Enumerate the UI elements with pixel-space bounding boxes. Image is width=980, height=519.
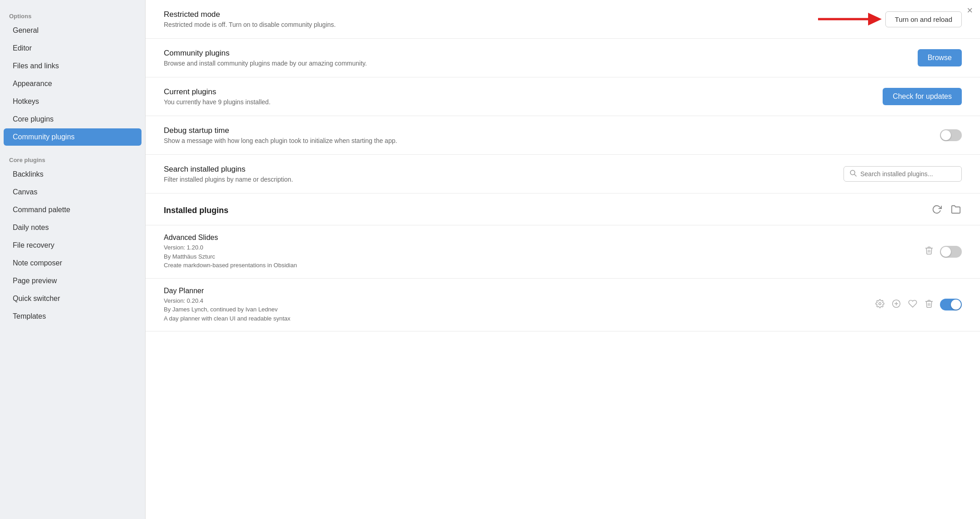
search-plugins-row: Search installed plugins Filter installe… xyxy=(146,155,980,193)
sidebar-item-note-composer[interactable]: Note composer xyxy=(4,254,141,272)
browse-button[interactable]: Browse xyxy=(918,49,962,66)
day-planner-author: By James Lynch, continued by Ivan Lednev xyxy=(164,305,290,314)
advanced-slides-toggle[interactable] xyxy=(940,246,962,258)
day-planner-heart-button[interactable] xyxy=(907,298,918,311)
advanced-slides-delete-button[interactable] xyxy=(924,245,935,258)
sidebar-item-hotkeys[interactable]: Hotkeys xyxy=(4,93,141,110)
day-planner-name: Day Planner xyxy=(164,287,290,295)
sidebar-item-file-recovery[interactable]: File recovery xyxy=(4,237,141,254)
sidebar-item-general[interactable]: General xyxy=(4,22,141,39)
advanced-slides-description: Create markdown-based presentations in O… xyxy=(164,261,297,270)
sidebar-options-label: Options xyxy=(0,9,145,21)
search-plugins-description: Filter installed plugins by name or desc… xyxy=(164,176,293,183)
svg-marker-1 xyxy=(868,13,882,25)
current-plugins-text: Current plugins You currently have 9 plu… xyxy=(164,87,271,106)
main-content: × Restricted mode Restricted mode is off… xyxy=(146,0,980,519)
debug-startup-row: Debug startup time Show a message with h… xyxy=(146,116,980,155)
search-plugins-title: Search installed plugins xyxy=(164,165,293,174)
sidebar-item-page-preview[interactable]: Page preview xyxy=(4,272,141,290)
sidebar-item-canvas[interactable]: Canvas xyxy=(4,183,141,201)
current-plugins-description: You currently have 9 plugins installed. xyxy=(164,98,271,106)
sidebar: Options General Editor Files and links A… xyxy=(0,0,146,519)
day-planner-version: Version: 0.20.4 xyxy=(164,296,290,305)
current-plugins-row: Current plugins You currently have 9 plu… xyxy=(146,77,980,116)
community-plugins-text: Community plugins Browse and install com… xyxy=(164,49,367,67)
close-button[interactable]: × xyxy=(967,5,973,16)
sidebar-core-plugins-label: Core plugins xyxy=(0,153,145,165)
day-planner-delete-button[interactable] xyxy=(924,298,935,311)
sidebar-item-templates[interactable]: Templates xyxy=(4,308,141,325)
day-planner-add-button[interactable] xyxy=(891,298,902,311)
plugin-row-day-planner: Day Planner Version: 0.20.4 By James Lyn… xyxy=(146,279,980,332)
day-planner-toggle[interactable] xyxy=(940,299,962,310)
debug-startup-text: Debug startup time Show a message with h… xyxy=(164,126,397,144)
sidebar-item-files-and-links[interactable]: Files and links xyxy=(4,57,141,75)
advanced-slides-controls xyxy=(924,245,962,258)
search-box xyxy=(844,166,962,182)
advanced-slides-version: Version: 1.20.0 xyxy=(164,243,297,252)
current-plugins-title: Current plugins xyxy=(164,87,271,97)
sidebar-item-core-plugins[interactable]: Core plugins xyxy=(4,111,141,128)
installed-plugins-header: Installed plugins xyxy=(146,193,980,225)
day-planner-controls xyxy=(874,298,962,311)
day-planner-info: Day Planner Version: 0.20.4 By James Lyn… xyxy=(164,287,290,323)
restricted-mode-text: Restricted mode Restricted mode is off. … xyxy=(164,10,336,28)
search-plugins-text: Search installed plugins Filter installe… xyxy=(164,165,293,183)
search-icon xyxy=(849,169,857,178)
day-planner-settings-button[interactable] xyxy=(874,298,885,311)
svg-line-3 xyxy=(854,174,856,176)
community-plugins-description: Browse and install community plugins mad… xyxy=(164,60,367,67)
restricted-mode-title: Restricted mode xyxy=(164,10,336,19)
debug-startup-description: Show a message with how long each plugin… xyxy=(164,137,397,144)
sidebar-item-community-plugins[interactable]: Community plugins xyxy=(4,128,141,146)
installed-plugins-title: Installed plugins xyxy=(164,206,228,215)
day-planner-description: A day planner with clean UI and readable… xyxy=(164,314,290,323)
open-plugins-folder-button[interactable] xyxy=(950,204,962,218)
advanced-slides-author: By Matthäus Szturc xyxy=(164,252,297,261)
advanced-slides-info: Advanced Slides Version: 1.20.0 By Matth… xyxy=(164,234,297,270)
plugin-row-advanced-slides: Advanced Slides Version: 1.20.0 By Matth… xyxy=(146,225,980,279)
restricted-mode-row: Restricted mode Restricted mode is off. … xyxy=(146,0,980,39)
community-plugins-title: Community plugins xyxy=(164,49,367,58)
installed-plugins-header-icons xyxy=(931,204,962,218)
turn-on-reload-button[interactable]: Turn on and reload xyxy=(885,11,962,27)
reload-plugins-button[interactable] xyxy=(931,204,943,218)
debug-startup-title: Debug startup time xyxy=(164,126,397,135)
sidebar-item-command-palette[interactable]: Command palette xyxy=(4,201,141,219)
community-plugins-row: Community plugins Browse and install com… xyxy=(146,39,980,77)
sidebar-item-editor[interactable]: Editor xyxy=(4,40,141,57)
debug-startup-toggle[interactable] xyxy=(940,129,962,141)
sidebar-item-quick-switcher[interactable]: Quick switcher xyxy=(4,290,141,307)
sidebar-item-appearance[interactable]: Appearance xyxy=(4,75,141,92)
sidebar-item-daily-notes[interactable]: Daily notes xyxy=(4,219,141,236)
red-arrow-icon xyxy=(818,11,882,27)
check-updates-button[interactable]: Check for updates xyxy=(883,88,962,105)
restricted-mode-action: Turn on and reload xyxy=(885,11,962,27)
search-input[interactable] xyxy=(860,170,951,178)
advanced-slides-name: Advanced Slides xyxy=(164,234,297,242)
svg-point-4 xyxy=(879,302,881,305)
sidebar-item-backlinks[interactable]: Backlinks xyxy=(4,166,141,183)
restricted-mode-description: Restricted mode is off. Turn on to disab… xyxy=(164,21,336,28)
